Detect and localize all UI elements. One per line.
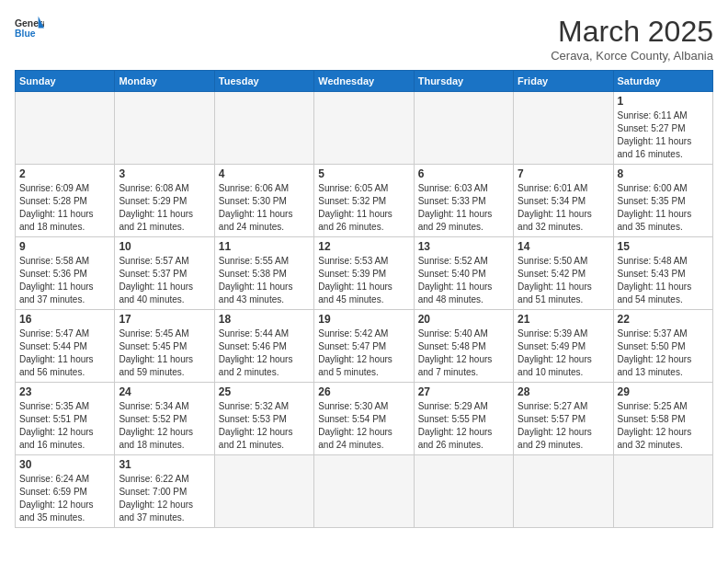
page-header: General Blue March 2025 Cerava, Korce Co… [15,15,713,63]
calendar-cell: 29Sunrise: 5:25 AM Sunset: 5:58 PM Dayli… [613,383,712,455]
day-info: Sunrise: 5:25 AM Sunset: 5:58 PM Dayligh… [618,400,709,452]
calendar-week-row: 1Sunrise: 6:11 AM Sunset: 5:27 PM Daylig… [16,92,713,165]
day-info: Sunrise: 6:06 AM Sunset: 5:30 PM Dayligh… [219,182,310,234]
day-info: Sunrise: 6:09 AM Sunset: 5:28 PM Dayligh… [19,182,110,234]
day-info: Sunrise: 5:48 AM Sunset: 5:43 PM Dayligh… [618,255,709,306]
day-info: Sunrise: 5:53 AM Sunset: 5:39 PM Dayligh… [318,255,409,306]
calendar-week-row: 23Sunrise: 5:35 AM Sunset: 5:51 PM Dayli… [16,383,713,455]
calendar-week-row: 16Sunrise: 5:47 AM Sunset: 5:44 PM Dayli… [16,310,713,383]
day-info: Sunrise: 5:27 AM Sunset: 5:57 PM Dayligh… [518,400,609,452]
calendar-cell: 30Sunrise: 6:24 AM Sunset: 6:59 PM Dayli… [16,455,115,528]
day-number: 17 [119,313,210,326]
day-number: 7 [518,167,609,180]
calendar-cell: 4Sunrise: 6:06 AM Sunset: 5:30 PM Daylig… [214,165,313,237]
calendar-week-row: 9Sunrise: 5:58 AM Sunset: 5:36 PM Daylig… [16,237,713,310]
calendar-cell: 16Sunrise: 5:47 AM Sunset: 5:44 PM Dayli… [16,310,115,383]
day-number: 1 [618,95,709,108]
day-info: Sunrise: 6:01 AM Sunset: 5:34 PM Dayligh… [518,182,609,234]
day-info: Sunrise: 5:42 AM Sunset: 5:47 PM Dayligh… [318,327,409,379]
calendar-cell [115,92,214,165]
calendar-cell [314,92,414,165]
calendar-cell: 17Sunrise: 5:45 AM Sunset: 5:45 PM Dayli… [115,310,214,383]
day-number: 20 [418,313,509,326]
calendar-cell [613,455,712,528]
calendar-cell [514,92,613,165]
calendar-cell: 18Sunrise: 5:44 AM Sunset: 5:46 PM Dayli… [214,310,313,383]
calendar-cell: 20Sunrise: 5:40 AM Sunset: 5:48 PM Dayli… [414,310,513,383]
day-number: 2 [19,167,110,180]
svg-text:Blue: Blue [15,29,36,39]
day-number: 19 [318,313,409,326]
day-info: Sunrise: 5:50 AM Sunset: 5:42 PM Dayligh… [518,255,609,306]
day-number: 18 [219,313,310,326]
day-number: 21 [518,313,609,326]
calendar-week-row: 2Sunrise: 6:09 AM Sunset: 5:28 PM Daylig… [16,165,713,237]
calendar-cell: 23Sunrise: 5:35 AM Sunset: 5:51 PM Dayli… [16,383,115,455]
day-info: Sunrise: 6:03 AM Sunset: 5:33 PM Dayligh… [418,182,509,234]
day-info: Sunrise: 5:45 AM Sunset: 5:45 PM Dayligh… [119,327,210,379]
calendar-cell: 15Sunrise: 5:48 AM Sunset: 5:43 PM Dayli… [613,237,712,310]
day-number: 16 [19,313,110,326]
calendar-cell: 21Sunrise: 5:39 AM Sunset: 5:49 PM Dayli… [514,310,613,383]
day-number: 10 [119,240,210,253]
day-info: Sunrise: 5:47 AM Sunset: 5:44 PM Dayligh… [19,327,110,379]
day-info: Sunrise: 5:39 AM Sunset: 5:49 PM Dayligh… [518,327,609,379]
weekday-header-thursday: Thursday [414,71,513,92]
weekday-header-tuesday: Tuesday [214,71,313,92]
calendar-cell: 8Sunrise: 6:00 AM Sunset: 5:35 PM Daylig… [613,165,712,237]
day-info: Sunrise: 5:29 AM Sunset: 5:55 PM Dayligh… [418,400,509,452]
day-number: 14 [518,240,609,253]
calendar-cell: 1Sunrise: 6:11 AM Sunset: 5:27 PM Daylig… [613,92,712,165]
day-info: Sunrise: 6:22 AM Sunset: 7:00 PM Dayligh… [119,473,210,524]
calendar-cell: 14Sunrise: 5:50 AM Sunset: 5:42 PM Dayli… [514,237,613,310]
day-number: 29 [618,385,709,398]
calendar-cell: 28Sunrise: 5:27 AM Sunset: 5:57 PM Dayli… [514,383,613,455]
day-info: Sunrise: 5:35 AM Sunset: 5:51 PM Dayligh… [19,400,110,452]
calendar-cell: 13Sunrise: 5:52 AM Sunset: 5:40 PM Dayli… [414,237,513,310]
day-number: 3 [119,167,210,180]
calendar-week-row: 30Sunrise: 6:24 AM Sunset: 6:59 PM Dayli… [16,455,713,528]
day-number: 24 [119,385,210,398]
calendar-cell: 19Sunrise: 5:42 AM Sunset: 5:47 PM Dayli… [314,310,414,383]
day-info: Sunrise: 5:58 AM Sunset: 5:36 PM Dayligh… [19,255,110,306]
weekday-header-friday: Friday [514,71,613,92]
calendar-cell: 5Sunrise: 6:05 AM Sunset: 5:32 PM Daylig… [314,165,414,237]
weekday-header-monday: Monday [115,71,214,92]
weekday-header-saturday: Saturday [613,71,712,92]
calendar-cell: 10Sunrise: 5:57 AM Sunset: 5:37 PM Dayli… [115,237,214,310]
calendar-cell [214,92,313,165]
calendar-cell: 9Sunrise: 5:58 AM Sunset: 5:36 PM Daylig… [16,237,115,310]
calendar-cell: 22Sunrise: 5:37 AM Sunset: 5:50 PM Dayli… [613,310,712,383]
calendar-cell: 24Sunrise: 5:34 AM Sunset: 5:52 PM Dayli… [115,383,214,455]
calendar-cell [414,455,513,528]
day-number: 25 [219,385,310,398]
day-info: Sunrise: 5:32 AM Sunset: 5:53 PM Dayligh… [219,400,310,452]
logo-icon: General Blue [15,15,44,40]
calendar-cell: 26Sunrise: 5:30 AM Sunset: 5:54 PM Dayli… [314,383,414,455]
calendar-cell [514,455,613,528]
calendar-cell: 3Sunrise: 6:08 AM Sunset: 5:29 PM Daylig… [115,165,214,237]
weekday-header-wednesday: Wednesday [314,71,414,92]
day-number: 8 [618,167,709,180]
calendar-cell [314,455,414,528]
calendar-cell: 2Sunrise: 6:09 AM Sunset: 5:28 PM Daylig… [16,165,115,237]
calendar-cell [414,92,513,165]
day-info: Sunrise: 6:24 AM Sunset: 6:59 PM Dayligh… [19,473,110,524]
day-info: Sunrise: 5:37 AM Sunset: 5:50 PM Dayligh… [618,327,709,379]
day-number: 6 [418,167,509,180]
logo: General Blue [15,15,44,40]
day-number: 13 [418,240,509,253]
weekday-header-row: SundayMondayTuesdayWednesdayThursdayFrid… [16,71,713,92]
day-info: Sunrise: 5:34 AM Sunset: 5:52 PM Dayligh… [119,400,210,452]
location-subtitle: Cerava, Korce County, Albania [551,49,713,63]
day-info: Sunrise: 5:55 AM Sunset: 5:38 PM Dayligh… [219,255,310,306]
day-number: 5 [318,167,409,180]
day-info: Sunrise: 5:52 AM Sunset: 5:40 PM Dayligh… [418,255,509,306]
day-info: Sunrise: 6:00 AM Sunset: 5:35 PM Dayligh… [618,182,709,234]
day-number: 15 [618,240,709,253]
calendar-table: SundayMondayTuesdayWednesdayThursdayFrid… [15,70,713,528]
calendar-cell: 11Sunrise: 5:55 AM Sunset: 5:38 PM Dayli… [214,237,313,310]
calendar-cell: 6Sunrise: 6:03 AM Sunset: 5:33 PM Daylig… [414,165,513,237]
day-number: 28 [518,385,609,398]
day-info: Sunrise: 5:30 AM Sunset: 5:54 PM Dayligh… [318,400,409,452]
